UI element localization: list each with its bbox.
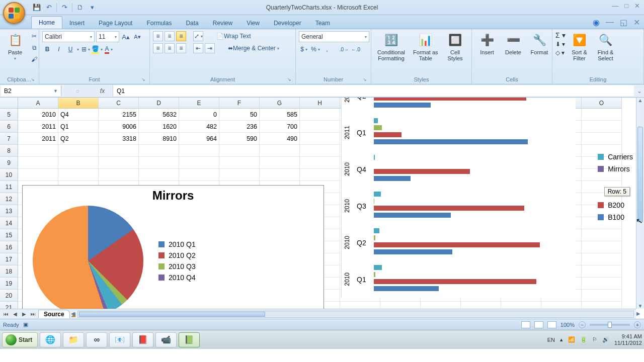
tab-data[interactable]: Data <box>179 17 205 29</box>
tab-insert[interactable]: Insert <box>62 17 92 29</box>
find-select-button[interactable]: 🔍Find & Select <box>594 31 618 62</box>
orientation-icon[interactable]: ⤢ <box>193 31 203 41</box>
italic-button[interactable]: I <box>54 44 64 54</box>
row-header[interactable]: 18 <box>0 265 18 278</box>
align-right-icon[interactable]: ≡ <box>176 43 186 53</box>
horizontal-scrollbar[interactable]: ◀ ▶ <box>77 311 634 318</box>
show-hidden-icons-icon[interactable]: ▴ <box>560 336 563 343</box>
cell[interactable] <box>582 133 622 145</box>
horizontal-scroll-thumb[interactable] <box>79 312 265 317</box>
wrap-text-button[interactable]: 📄 Wrap Text <box>213 31 254 41</box>
page-break-view-icon[interactable] <box>547 321 556 328</box>
cell[interactable] <box>99 145 139 157</box>
row-header[interactable]: 19 <box>0 278 18 290</box>
cell[interactable]: 964 <box>179 133 219 145</box>
cell[interactable] <box>582 109 622 121</box>
sheet-tab-source[interactable]: Source <box>38 310 70 318</box>
cell[interactable]: 590 <box>219 133 260 145</box>
cell[interactable]: 8910 <box>139 133 179 145</box>
cell[interactable] <box>58 157 99 169</box>
cell[interactable]: 585 <box>260 109 300 121</box>
column-header-D[interactable]: D <box>139 98 179 109</box>
cell[interactable] <box>179 157 219 169</box>
tab-review[interactable]: Review <box>206 17 239 29</box>
dialog-launcher-icon[interactable]: ↘ <box>31 77 35 82</box>
dialog-launcher-icon[interactable]: ↘ <box>287 77 291 82</box>
cell[interactable] <box>18 145 58 157</box>
cell[interactable]: 5632 <box>139 109 179 121</box>
column-header-H[interactable]: H <box>300 98 340 109</box>
office-button[interactable] <box>3 2 29 28</box>
fill-icon[interactable]: ⬇ ▾ <box>555 41 565 48</box>
close-icon[interactable]: ✕ <box>634 2 640 10</box>
cell[interactable]: 2010 <box>18 109 58 121</box>
maximize-icon[interactable]: □ <box>624 2 628 10</box>
cell[interactable] <box>99 157 139 169</box>
fx-icon[interactable]: fx <box>93 84 113 97</box>
prev-sheet-icon[interactable]: ◀ <box>11 310 19 318</box>
action-center-icon[interactable]: ⚐ <box>592 336 597 343</box>
decrease-decimal-icon[interactable]: ←.0 <box>351 44 361 54</box>
font-color-button[interactable]: A <box>104 44 114 54</box>
qat-customize-icon[interactable]: ▾ <box>88 3 97 12</box>
cell[interactable] <box>300 169 340 181</box>
expand-formula-bar-icon[interactable]: ⌄ <box>635 84 644 97</box>
vertical-scrollbar[interactable]: ▲ ▼ <box>636 98 644 309</box>
restore-window-icon[interactable]: ◱ <box>620 18 627 27</box>
insert-cells-button[interactable]: ➕Insert <box>475 31 499 56</box>
cell[interactable] <box>260 157 300 169</box>
cell[interactable] <box>300 109 340 121</box>
next-sheet-icon[interactable]: ▶ <box>20 310 28 318</box>
cell[interactable] <box>582 278 622 290</box>
column-header-A[interactable]: A <box>18 98 58 109</box>
cell[interactable]: 490 <box>260 133 300 145</box>
cell[interactable] <box>179 169 219 181</box>
scroll-up-icon[interactable]: ▲ <box>636 98 644 103</box>
row-header[interactable]: 6 <box>0 121 18 133</box>
cell[interactable] <box>260 169 300 181</box>
cell[interactable]: 50 <box>219 109 260 121</box>
column-header-C[interactable]: C <box>99 98 139 109</box>
first-sheet-icon[interactable]: ⏮ <box>2 310 10 318</box>
scroll-down-icon[interactable]: ▼ <box>636 303 644 309</box>
paste-button[interactable]: 📋 Paste ▾ <box>3 31 27 62</box>
shrink-font-icon[interactable]: A▾ <box>132 32 142 42</box>
column-header-F[interactable]: F <box>219 98 260 109</box>
cell[interactable]: 1620 <box>139 121 179 133</box>
cell[interactable] <box>582 290 622 302</box>
grow-font-icon[interactable]: A▴ <box>121 32 131 42</box>
cell[interactable] <box>582 229 622 241</box>
tab-developer[interactable]: Developer <box>267 17 308 29</box>
align-top-icon[interactable]: ≡ <box>153 31 163 41</box>
row-header[interactable]: 16 <box>0 241 18 253</box>
save-icon[interactable]: 💾 <box>32 3 41 12</box>
decrease-indent-icon[interactable]: ⇤ <box>193 43 203 53</box>
cell[interactable] <box>139 157 179 169</box>
battery-icon[interactable]: 🔋 <box>580 336 587 343</box>
bar-chart-object[interactable]: 2011Q22011Q12010Q42010Q32010Q22010Q1 <box>341 98 576 298</box>
conditional-formatting-button[interactable]: 🔢Conditional Formatting <box>374 31 408 62</box>
cell[interactable]: 3318 <box>99 133 139 145</box>
row-header[interactable]: 7 <box>0 133 18 145</box>
dialog-launcher-icon[interactable]: ↘ <box>141 77 145 82</box>
format-as-table-button[interactable]: 📊Format as Table <box>410 31 441 62</box>
zoom-slider[interactable] <box>590 324 630 326</box>
copy-icon[interactable]: ⧉ <box>29 43 39 53</box>
taskbar-camera-icon[interactable]: 📹 <box>155 332 177 347</box>
cell[interactable] <box>99 169 139 181</box>
column-header-G[interactable]: G <box>260 98 300 109</box>
cell[interactable]: 0 <box>179 109 219 121</box>
cell[interactable]: Q2 <box>58 133 99 145</box>
minimize-icon[interactable]: — <box>612 2 618 10</box>
page-layout-view-icon[interactable] <box>534 321 543 328</box>
cancel-formula-icon[interactable]: ○ <box>75 87 79 95</box>
zoom-in-icon[interactable]: + <box>634 321 641 328</box>
comma-format-icon[interactable]: , <box>322 44 332 54</box>
cell[interactable] <box>219 145 260 157</box>
taskbar-ie-icon[interactable]: 🌐 <box>40 332 61 347</box>
tab-team[interactable]: Team <box>308 17 337 29</box>
cell[interactable] <box>18 157 58 169</box>
row-header[interactable]: 10 <box>0 169 18 181</box>
delete-cells-button[interactable]: ➖Delete <box>501 31 525 56</box>
cell[interactable] <box>58 169 99 181</box>
